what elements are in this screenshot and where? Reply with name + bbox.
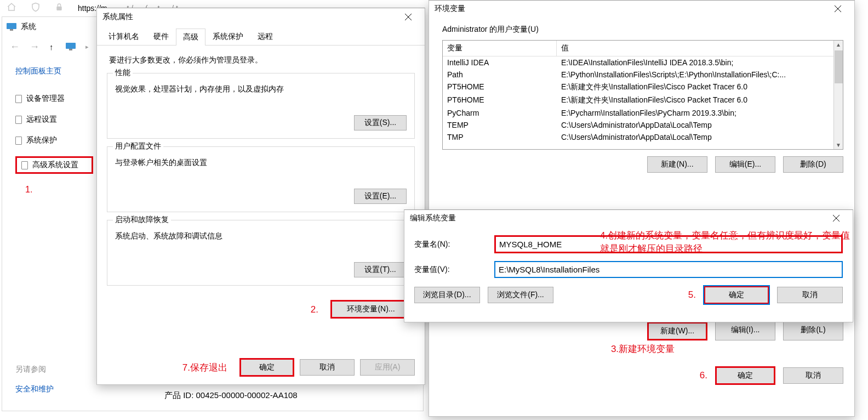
- sidebar-item-protection[interactable]: 系统保护: [15, 135, 103, 145]
- legend-performance: 性能: [113, 68, 133, 78]
- product-id-text: 产品 ID: 00425-00000-00002-AA108: [164, 390, 298, 401]
- legend-startup: 启动和故障恢复: [113, 215, 171, 225]
- table-row[interactable]: PathE:\Python\InstallationFiles\Scripts\…: [443, 69, 843, 81]
- fieldset-user-profile: 用户配置文件 与登录帐户相关的桌面设置 设置(E)...: [107, 146, 415, 212]
- tab-protection[interactable]: 系统保护: [205, 28, 250, 45]
- annotation-step-6: 6.: [700, 370, 707, 381]
- col-value[interactable]: 值: [557, 41, 843, 56]
- edit-sys-var-button[interactable]: 编辑(I)...: [715, 322, 775, 340]
- browse-file-button[interactable]: 浏览文件(F)...: [488, 287, 553, 303]
- see-also-link[interactable]: 安全和维护: [15, 384, 54, 393]
- see-also: 另请参阅 安全和维护: [15, 365, 54, 394]
- table-row[interactable]: TEMPC:\Users\Administrator\AppData\Local…: [443, 119, 843, 131]
- table-row[interactable]: PT6HOMEE:\新建文件夹\InstallationFiles\Cisco …: [443, 94, 843, 107]
- browse-dir-button[interactable]: 浏览目录(D)...: [414, 287, 480, 303]
- envdlg-title: 环境变量: [435, 4, 465, 14]
- nav-back-icon[interactable]: ←: [10, 41, 20, 53]
- system-properties-dialog: 系统属性 计算机名 硬件 高级 系统保护 远程 要进行大多数更改，你必须作为管理…: [96, 8, 425, 385]
- svg-rect-3: [66, 43, 76, 49]
- table-header: 变量 值: [443, 41, 843, 56]
- sidebar-item-remote[interactable]: 远程设置: [15, 115, 103, 124]
- fieldset-startup: 启动和故障恢复 系统启动、系统故障和调试信息 设置(T)...: [107, 220, 415, 286]
- nav-up-icon[interactable]: ↑: [49, 42, 54, 52]
- annotation-step-7: 7.保存退出: [182, 361, 227, 374]
- sysprops-titlebar: 系统属性: [97, 8, 425, 26]
- table-row[interactable]: PyCharmE:\Pycharm\InstallationFiles\PyCh…: [443, 107, 843, 119]
- sysprops-title: 系统属性: [102, 12, 133, 22]
- settings-performance-button[interactable]: 设置(S)...: [354, 115, 407, 130]
- sidebar-item-device-manager[interactable]: 设备管理器: [15, 94, 103, 104]
- computer-icon: [66, 43, 76, 50]
- tab-computer-name[interactable]: 计算机名: [101, 28, 146, 45]
- computer-icon: [7, 23, 16, 31]
- chevron-right-icon[interactable]: ▸: [85, 43, 89, 50]
- sysprops-tabs: 计算机名 硬件 高级 系统保护 远程: [97, 27, 425, 46]
- new-sys-var-button[interactable]: 新建(W)...: [647, 322, 707, 340]
- system-variables-buttons: 新建(W)... 编辑(I)... 删除(L): [442, 322, 843, 340]
- editdlg-titlebar: 编辑系统变量: [404, 210, 853, 226]
- tab-hardware[interactable]: 硬件: [146, 28, 176, 45]
- desc-startup: 系统启动、系统故障和调试信息: [115, 231, 407, 241]
- tab-advanced[interactable]: 高级: [176, 29, 205, 46]
- shield-icon[interactable]: [31, 2, 41, 14]
- var-value-input[interactable]: [494, 261, 843, 278]
- settings-startup-button[interactable]: 设置(T)...: [354, 262, 407, 277]
- desc-performance: 视觉效果，处理器计划，内存使用，以及虚拟内存: [115, 84, 407, 94]
- sidebar-item-advanced-settings[interactable]: 高级系统设置: [15, 156, 93, 174]
- scroll-thumb[interactable]: [835, 50, 843, 83]
- var-name-input[interactable]: [494, 235, 843, 253]
- document-icon: [15, 116, 22, 124]
- cell-variable: TMP: [443, 131, 557, 143]
- table-row[interactable]: PT5HOMEE:\新建文件夹\InstallationFiles\Cisco …: [443, 81, 843, 94]
- annotation-step-2: 2.: [311, 304, 318, 315]
- close-button[interactable]: [825, 212, 847, 225]
- fieldset-performance: 性能 视觉效果，处理器计划，内存使用，以及虚拟内存 设置(S)...: [107, 73, 415, 139]
- user-variables-table[interactable]: 变量 值 IntelliJ IDEAE:\IDEA\InstallationFi…: [442, 40, 843, 150]
- apply-button: 应用(A): [360, 359, 415, 376]
- close-button[interactable]: [827, 2, 849, 15]
- settings-profile-button[interactable]: 设置(E)...: [354, 189, 407, 204]
- svg-rect-0: [56, 6, 61, 10]
- sidebar-home[interactable]: 控制面板主页: [15, 66, 103, 76]
- edit-user-var-button[interactable]: 编辑(E)...: [715, 156, 775, 173]
- cell-value: E:\新建文件夹\InstallationFiles\Cisco Packet …: [557, 94, 843, 107]
- ok-button[interactable]: 确定: [704, 286, 769, 304]
- cancel-button[interactable]: 取消: [777, 287, 843, 303]
- ok-button[interactable]: 确定: [715, 366, 775, 385]
- delete-user-var-button[interactable]: 删除(D): [783, 156, 843, 173]
- cell-variable: IntelliJ IDEA: [443, 56, 557, 69]
- scroll-down-icon[interactable]: ▼: [836, 141, 841, 149]
- environment-variables-button[interactable]: 环境变量(N)...: [330, 300, 412, 319]
- var-name-label: 变量名(N):: [414, 240, 494, 249]
- delete-sys-var-button[interactable]: 删除(L): [783, 322, 843, 340]
- document-icon: [21, 161, 28, 169]
- environment-variables-dialog: 环境变量 Administrator 的用户变量(U) 变量 值 Intelli…: [429, 0, 855, 417]
- home-icon[interactable]: [7, 2, 16, 14]
- user-variables-buttons: 新建(N)... 编辑(E)... 删除(D): [442, 156, 843, 173]
- close-button[interactable]: [397, 10, 419, 24]
- svg-rect-2: [10, 29, 13, 31]
- table-row[interactable]: IntelliJ IDEAE:\IDEA\InstallationFiles\I…: [443, 56, 843, 69]
- tab-remote[interactable]: 远程: [250, 28, 280, 45]
- scrollbar[interactable]: ▲ ▼: [833, 41, 843, 149]
- lock-icon[interactable]: [55, 2, 64, 14]
- cell-variable: PT6HOME: [443, 94, 557, 107]
- svg-rect-4: [69, 49, 72, 50]
- ok-button[interactable]: 确定: [239, 358, 294, 377]
- document-icon: [15, 137, 22, 145]
- cell-value: C:\Users\Administrator\AppData\Local\Tem…: [557, 131, 843, 143]
- scroll-up-icon[interactable]: ▲: [836, 41, 841, 49]
- cell-variable: TEMP: [443, 119, 557, 131]
- col-variable[interactable]: 变量: [443, 41, 557, 56]
- annotation-step-5: 5.: [688, 290, 696, 300]
- envdlg-footer: 6. 确定 取消: [429, 361, 854, 390]
- env-variables-row: 2. 环境变量(N)...: [107, 300, 412, 319]
- sysprops-footer: 7.保存退出 确定 取消 应用(A): [97, 358, 425, 377]
- cancel-button[interactable]: 取消: [783, 367, 843, 384]
- new-user-var-button[interactable]: 新建(N)...: [647, 156, 707, 173]
- cancel-button[interactable]: 取消: [300, 359, 355, 376]
- table-row[interactable]: TMPC:\Users\Administrator\AppData\Local\…: [443, 131, 843, 143]
- cell-value: E:\Python\InstallationFiles\Scripts\;E:\…: [557, 69, 843, 81]
- cell-variable: PyCharm: [443, 107, 557, 119]
- envdlg-titlebar: 环境变量: [429, 1, 854, 17]
